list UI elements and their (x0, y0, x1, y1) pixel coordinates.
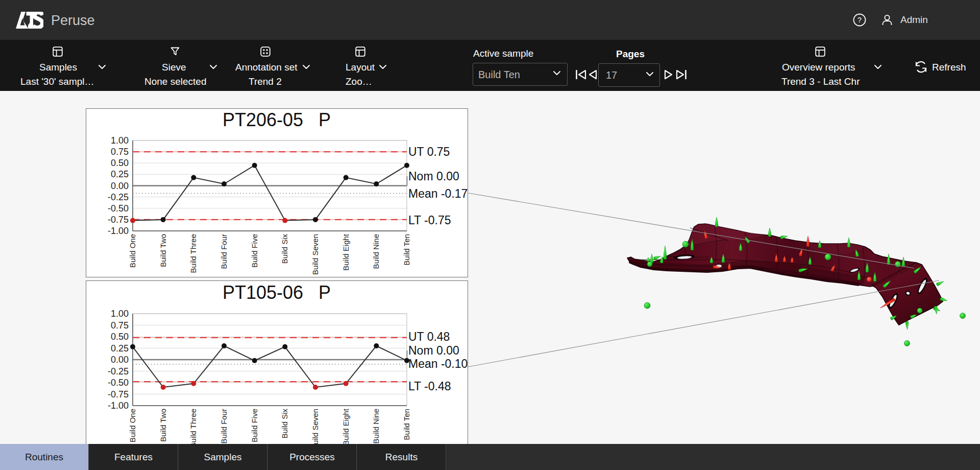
svg-text:0.00: 0.00 (111, 181, 129, 191)
svg-text:Build Seven: Build Seven (311, 234, 320, 275)
svg-text:Build Six: Build Six (280, 409, 289, 439)
svg-text:Build Four: Build Four (219, 234, 228, 269)
svg-text:LT -0.75: LT -0.75 (408, 214, 451, 227)
svg-text:0.25: 0.25 (111, 343, 129, 354)
svg-text:-0.75: -0.75 (108, 215, 129, 225)
svg-text:1.00: 1.00 (111, 135, 129, 146)
svg-text:Mean -0.17: Mean -0.17 (408, 187, 468, 200)
svg-text:Build Six: Build Six (280, 234, 289, 264)
svg-text:Build Nine: Build Nine (372, 409, 380, 443)
svg-text:-1.00: -1.00 (108, 401, 129, 411)
svg-text:Build Five: Build Five (250, 409, 259, 442)
svg-text:Build Ten: Build Ten (402, 409, 411, 440)
svg-text:Mean -0.10: Mean -0.10 (408, 357, 468, 370)
svg-text:-0.50: -0.50 (108, 203, 129, 214)
svg-text:Build Three: Build Three (189, 234, 198, 273)
svg-text:Build Nine: Build Nine (372, 234, 380, 269)
svg-text:-1.00: -1.00 (108, 226, 129, 236)
svg-text:Build Eight: Build Eight (341, 408, 350, 445)
svg-text:1.00: 1.00 (111, 309, 129, 319)
svg-text:UT 0.75: UT 0.75 (408, 145, 450, 158)
svg-text:0.50: 0.50 (111, 158, 129, 168)
svg-text:Build Four: Build Four (219, 409, 228, 443)
svg-text:-0.50: -0.50 (108, 378, 129, 388)
svg-text:Build Two: Build Two (159, 409, 167, 442)
svg-text:PT206-05 P: PT206-05 P (223, 109, 331, 130)
svg-text:LT -0.48: LT -0.48 (408, 380, 451, 393)
svg-text:Nom 0.00: Nom 0.00 (408, 170, 459, 183)
svg-text:Build One: Build One (128, 234, 137, 268)
svg-text:Build Five: Build Five (250, 234, 259, 268)
svg-text:0.00: 0.00 (111, 355, 129, 365)
svg-text:0.25: 0.25 (111, 169, 129, 179)
svg-text:0.75: 0.75 (111, 147, 129, 157)
svg-text:Nom 0.00: Nom 0.00 (408, 344, 459, 357)
svg-text:UT 0.48: UT 0.48 (408, 330, 450, 343)
svg-text:Build One: Build One (128, 409, 137, 442)
svg-text:Build Two: Build Two (159, 234, 167, 267)
svg-text:0.75: 0.75 (111, 320, 129, 331)
svg-text:Build Ten: Build Ten (402, 234, 411, 265)
svg-text:PT105-06 P: PT105-06 P (223, 282, 331, 303)
svg-text:0.50: 0.50 (111, 332, 129, 342)
svg-text:-0.25: -0.25 (108, 366, 129, 377)
svg-text:Build Eight: Build Eight (341, 233, 350, 271)
svg-text:-0.75: -0.75 (108, 389, 129, 400)
svg-text:-0.25: -0.25 (108, 192, 129, 202)
svg-text:Build Three: Build Three (189, 409, 198, 448)
